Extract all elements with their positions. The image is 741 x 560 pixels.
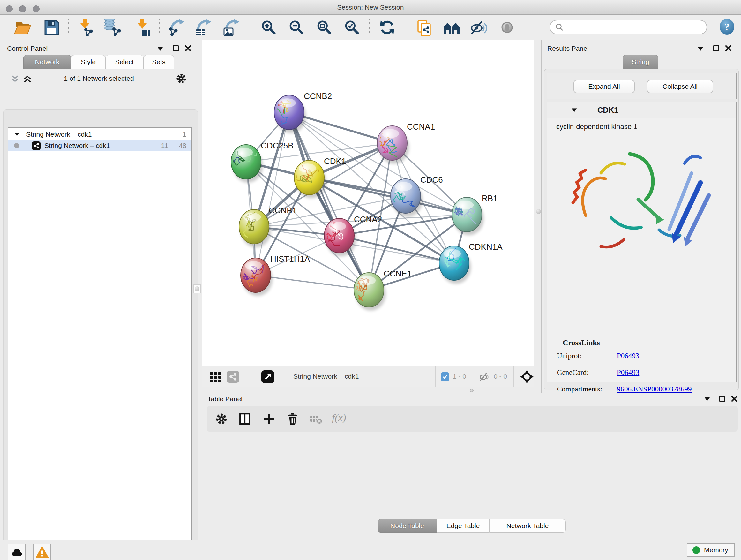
network-options-gear-icon[interactable] (176, 73, 186, 84)
help-icon[interactable]: ? (719, 18, 735, 35)
import-table-file-icon[interactable] (135, 19, 151, 37)
tab-network[interactable]: Network (23, 55, 71, 69)
table-panel-title: Table Panel (207, 395, 243, 403)
export-image-icon[interactable] (223, 19, 240, 37)
crosslink-link[interactable]: 9606.ENSP00000378699 (617, 385, 692, 393)
network-graph[interactable]: CCNB2CCNA1CDC25BCDK1CDC6RB1CCNB1CCNA2CDK… (202, 40, 535, 366)
tab-sets[interactable]: Sets (144, 55, 174, 69)
toolbar-separator (369, 18, 369, 37)
node-CDC6[interactable] (390, 179, 422, 217)
export-network-icon[interactable] (169, 19, 185, 37)
toolbar-separator (248, 18, 248, 37)
birds-eye-grid-icon[interactable] (210, 371, 222, 383)
first-neighbors-icon[interactable] (443, 19, 460, 36)
crosslink-label: GeneCard: (557, 368, 617, 377)
network-edge-count: 48 (179, 142, 186, 149)
node-CDK1[interactable] (292, 158, 326, 198)
tab-string[interactable]: String (623, 55, 658, 69)
node-CCNE1[interactable] (354, 273, 386, 311)
table-panel-menu-icon[interactable] (704, 397, 710, 401)
open-in-new-window-icon[interactable] (261, 370, 274, 383)
zoom-in-icon[interactable] (261, 19, 276, 35)
node-CCNB2[interactable] (273, 91, 306, 133)
delete-table-icon-disabled (310, 415, 323, 425)
hide-selected-icon[interactable] (470, 19, 487, 36)
string-tab-icon[interactable] (227, 371, 239, 383)
results-panel-title: Results Panel (547, 45, 589, 52)
show-columns-icon[interactable] (239, 413, 250, 425)
save-session-icon[interactable] (44, 19, 59, 36)
zoom-out-icon[interactable] (289, 19, 304, 35)
expand-all-networks-icon[interactable] (23, 75, 32, 83)
crosslinks-heading: CrossLinks (562, 338, 600, 347)
memory-button[interactable]: Memory (687, 543, 735, 557)
import-network-file-icon[interactable] (78, 19, 94, 37)
zoom-selected-icon[interactable] (344, 19, 359, 35)
control-panel-menu-icon[interactable] (158, 47, 163, 51)
network-collection-row[interactable]: String Network – cdk1 1 (8, 129, 192, 140)
delete-column-icon[interactable] (287, 413, 298, 425)
network-node-count: 11 (161, 142, 168, 149)
node-CDKN1A[interactable] (439, 239, 471, 284)
node-CDC25B[interactable] (223, 145, 263, 183)
window-title: Session: New Session (0, 3, 741, 11)
selected-checkbox-icon[interactable] (441, 372, 449, 381)
node-CCNB1[interactable] (237, 203, 271, 247)
show-all-icon[interactable] (500, 19, 515, 35)
node-section-header[interactable]: CDK1 (547, 102, 736, 118)
function-builder-icon: f(x) (332, 412, 346, 424)
table-panel-close-icon[interactable] (731, 395, 738, 402)
section-collapse-icon[interactable] (571, 108, 577, 112)
collapse-all-networks-icon[interactable] (10, 75, 19, 83)
zoom-fit-icon[interactable] (317, 19, 331, 35)
tab-network-table[interactable]: Network Table (489, 519, 566, 533)
tab-select[interactable]: Select (105, 55, 144, 69)
create-column-icon[interactable] (264, 413, 274, 425)
table-splitter-handle[interactable] (470, 389, 474, 392)
netbar-separator (514, 366, 514, 387)
results-panel-float-icon[interactable] (713, 45, 720, 52)
node-label-CCNB1: CCNB1 (269, 206, 297, 215)
crosslink-link[interactable]: P06493 (617, 352, 639, 360)
node-CCNA1[interactable] (375, 126, 409, 164)
warnings-button[interactable] (33, 544, 51, 560)
node-label-CDC25B: CDC25B (261, 141, 293, 150)
table-options-gear-icon[interactable] (216, 413, 227, 425)
apply-layout-icon[interactable] (380, 19, 395, 36)
control-panel-float-icon[interactable] (172, 45, 179, 52)
control-panel-close-icon[interactable] (185, 45, 192, 52)
results-panel-close-icon[interactable] (725, 45, 732, 52)
cloud-button[interactable] (8, 544, 25, 560)
network-row[interactable]: String Network – cdk1 11 48 (8, 140, 192, 151)
left-splitter-handle[interactable] (193, 285, 201, 293)
collection-count: 1 (183, 131, 186, 138)
node-CCNA2[interactable] (324, 219, 356, 256)
search-input[interactable] (566, 21, 706, 33)
title-bar: Session: New Session (0, 0, 741, 15)
expand-all-button[interactable]: Expand All (574, 80, 635, 93)
search-icon (555, 23, 563, 31)
node-RB1[interactable] (451, 197, 484, 235)
import-network-database-icon[interactable] (104, 19, 121, 37)
open-session-icon[interactable] (13, 19, 32, 36)
collapse-all-button[interactable]: Collapse All (647, 80, 713, 93)
fit-content-crosshair-icon[interactable] (520, 370, 534, 384)
crosslink-link[interactable]: P06493 (617, 368, 639, 377)
selected-counts: 1 - 0 (453, 373, 466, 380)
tab-node-table[interactable]: Node Table (378, 519, 437, 533)
export-table-icon[interactable] (195, 19, 212, 37)
search-field[interactable] (549, 20, 707, 35)
node-HIST1H1A[interactable] (241, 258, 274, 296)
netbar-separator (435, 366, 435, 387)
protein-structure-image (563, 134, 723, 274)
collection-expand-icon[interactable] (15, 133, 19, 136)
tab-style[interactable]: Style (71, 55, 105, 69)
new-network-from-selection-icon[interactable] (416, 19, 433, 37)
right-splitter-handle[interactable] (536, 209, 541, 214)
status-bar: Memory (0, 540, 741, 560)
network-canvas[interactable]: CCNB2CCNA1CDC25BCDK1CDC6RB1CCNB1CCNA2CDK… (202, 40, 534, 366)
table-panel-float-icon[interactable] (719, 395, 726, 402)
tab-edge-table[interactable]: Edge Table (437, 519, 489, 533)
collection-name: String Network – cdk1 (26, 131, 91, 138)
results-panel-menu-icon[interactable] (698, 47, 703, 51)
